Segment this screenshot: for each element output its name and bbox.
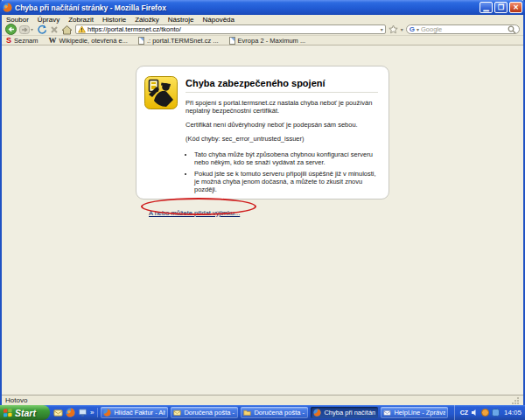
bookmark-star-button[interactable] [388,24,398,34]
firefox-icon [103,409,111,416]
url-bar[interactable]: ▾ [75,24,386,34]
search-box[interactable]: G ▾ [406,24,520,34]
error-panel: Chyba zabezpečeného spojení Při spojení … [136,66,389,200]
search-engine-dropdown-icon[interactable]: ▾ [416,27,419,32]
taskbar-button-helpline[interactable]: HelpLine - Zpráva (HT... [381,407,448,418]
bookmark-termsnet[interactable]: .: portal.TERMSnet.cz ... [138,37,219,45]
security-policeman-icon [144,76,178,109]
page-icon [229,37,235,45]
star-icon [388,24,398,34]
tray-status-icon-blue[interactable] [492,409,500,416]
menu-upravy[interactable]: Úpravy [33,16,64,24]
menu-nastroje[interactable]: Nástroje [164,16,199,24]
mail-icon [383,409,391,416]
urlbar-dropdown-icon[interactable]: ▾ [381,27,383,32]
search-input[interactable] [421,25,506,33]
restore-button[interactable]: ❐ [494,2,508,13]
resize-grip[interactable] [511,396,520,405]
menu-zobrazit[interactable]: Zobrazit [64,16,98,24]
menu-historie[interactable]: Historie [98,16,130,24]
start-button[interactable]: Start [0,405,50,420]
status-bar: Hotovo [2,395,523,405]
warning-icon [78,25,86,33]
title-bar: Chyba při načítání stránky - Mozilla Fir… [0,0,525,15]
bookmark-label: Evropa 2 - Maximum ... [238,37,306,45]
error-code: (Kód chyby: sec_error_untrusted_issuer) [186,135,378,143]
quick-launch: » [50,408,98,417]
add-exception-link[interactable]: A nebo můžete přidat výjimku... [149,209,240,217]
quicklaunch-firefox-icon[interactable] [66,408,75,417]
star-dropdown-icon[interactable]: ▾ [401,27,403,32]
menu-zalozky[interactable]: Záložky [130,16,164,24]
system-tray: CZ 14:05 [454,405,525,420]
quicklaunch-mail-icon[interactable] [53,408,63,417]
tray-language-indicator[interactable]: CZ [460,410,468,416]
bookmark-label: Wikipedie, otevřená e... [60,37,128,45]
tray-status-icon-orange[interactable] [481,409,489,416]
taskbar-button-dorucena-posta-1[interactable]: Doručená pošta - Mic... [171,407,238,418]
wikipedia-icon: W [49,37,57,45]
start-label: Start [15,408,36,418]
tray-volume-icon[interactable] [471,409,479,416]
taskbar-button-label: Doručená pošta - Mic... [184,409,235,416]
forward-button[interactable] [19,25,34,34]
stop-button[interactable] [50,25,59,34]
page-content: Chyba zabezpečeného spojení Při spojení … [2,46,523,395]
forward-arrow-icon [19,25,34,34]
firefox-icon [313,409,321,416]
home-button[interactable] [61,24,73,35]
menu-soubor[interactable]: Soubor [2,16,33,24]
close-button[interactable]: ✕ [509,2,522,13]
firefox-app-icon [3,3,12,12]
google-logo-icon: G [410,26,415,33]
back-arrow-icon [5,24,17,35]
error-title: Chyba zabezpečeného spojení [186,78,378,93]
window-controls: ▁ ❐ ✕ [480,2,522,13]
reload-button[interactable] [37,24,47,35]
bookmark-label: Seznam [14,37,38,45]
mail-icon [173,409,181,416]
status-text: Hotovo [5,396,27,404]
taskbar-clock: 14:05 [502,409,522,416]
search-magnifier-icon[interactable] [508,25,516,34]
back-button[interactable] [5,24,17,35]
url-input[interactable] [88,25,379,33]
bookmark-label: .: portal.TERMSnet.cz ... [147,37,219,45]
taskbar-button-dorucena-posta-2[interactable]: Doručená pošta - Mi... [241,407,308,418]
firefox-window: Chyba při načítání stránky - Mozilla Fir… [0,0,525,405]
desktop: Chyba při načítání stránky - Mozilla Fir… [0,0,525,420]
page-icon [138,37,144,45]
window-title: Chyba při načítání stránky - Mozilla Fir… [15,4,480,12]
taskbar: Start » Hlídač Faktur - Alfa. [0,405,525,420]
bookmark-evropa2[interactable]: Evropa 2 - Maximum ... [229,37,306,45]
menu-napoveda[interactable]: Nápověda [199,16,239,24]
menu-bar: Soubor Úpravy Zobrazit Historie Záložky … [2,15,523,24]
bookmark-seznam[interactable]: S Seznam [6,37,38,45]
error-reason: Certifikát není důvěryhodný neboť je pod… [186,121,378,129]
stop-x-icon [50,25,59,34]
exception-row: A nebo můžete přidat výjimku... [149,203,280,219]
taskbar-button-label: Doručená pošta - Mi... [254,409,305,416]
bookmark-wikipedia[interactable]: W Wikipedie, otevřená e... [49,37,128,45]
taskbar-button-chyba-nacitani[interactable]: Chyba při načítání str... [311,407,378,418]
navigation-toolbar: ▾ ▾ G ▾ [2,24,523,36]
taskbar-button-label: Hlídač Faktur - Alfa... [114,409,165,416]
windows-logo-icon [4,409,12,417]
error-hint: Pokud jste se k tomuto serveru připojili… [194,170,378,193]
folder-icon [243,409,251,416]
quicklaunch-desktop-icon[interactable] [78,408,88,417]
error-intro: Při spojení s portal.termsnet.cz nastala… [186,99,378,115]
taskbar-button-hlidac-faktur[interactable]: Hlídač Faktur - Alfa... [101,407,168,418]
seznam-icon: S [6,37,11,45]
home-icon [61,24,73,35]
taskbar-button-label: HelpLine - Zpráva (HT... [394,409,445,416]
error-hints: Tato chyba může být způsobena chybnou ko… [194,150,378,193]
taskbar-button-label: Chyba při načítání str... [324,409,375,416]
bookmarks-toolbar: S Seznam W Wikipedie, otevřená e... .: p… [2,36,523,46]
minimize-button[interactable]: ▁ [480,2,493,13]
reload-icon [37,24,47,35]
error-hint: Tato chyba může být způsobena chybnou ko… [194,150,378,166]
quicklaunch-overflow-chevron[interactable]: » [90,409,94,416]
